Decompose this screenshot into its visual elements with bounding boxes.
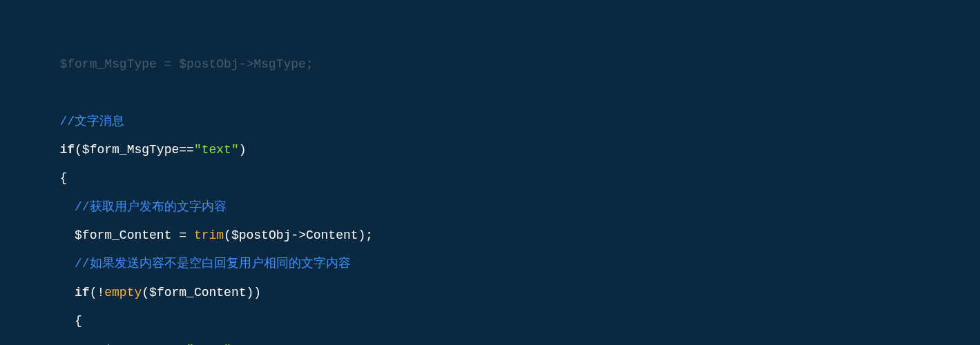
operator: == [179,143,194,157]
code-line: $form_Content = trim($postObj->Content); [0,228,980,243]
code-text: $form_MsgType = $postObj->MsgType; [59,57,313,71]
code-line: if(!empty($form_Content)) [0,286,980,300]
code-line: { [0,314,980,328]
punct: ) [239,143,247,157]
variable: $form_Content [149,286,246,299]
arrow-operator: -> [291,228,306,242]
punct: ( [142,286,149,299]
punct: ; [231,343,239,346]
code-editor-view: $form_MsgType = $postObj->MsgType; //文字消… [0,43,980,345]
punct: ( [224,228,231,242]
variable: $form_MsgType [82,143,179,157]
function-call: trim [194,228,224,242]
string-literal: "text" [194,143,239,157]
code-line: $form_MsgType = $postObj->MsgType; [0,57,980,72]
keyword-if: if [75,286,90,299]
code-line: if($form_MsgType=="text") [0,143,980,157]
code-line: //文字消息 [0,115,980,129]
keyword-if: if [59,143,75,157]
function-empty: empty [104,286,142,299]
operator: = [171,228,193,242]
brace: { [59,171,67,185]
variable: $form_Content [75,228,171,242]
punct: (! [90,286,105,299]
comment-text: //如果发送内容不是空白回复用户相同的文字内容 [75,257,351,270]
comment-text: //获取用户发布的文字内容 [75,200,227,214]
code-line: //如果发送内容不是空白回复用户相同的文字内容 [0,257,980,271]
code-line: //获取用户发布的文字内容 [0,200,980,215]
comment-text: //文字消息 [59,115,124,128]
operator: = [164,343,186,346]
property: Content [306,228,358,242]
brace: { [75,314,82,328]
code-line: $msgType = "text"; [0,343,980,346]
string-literal: "text" [186,343,231,346]
punct: )) [247,286,262,299]
punct: ( [75,143,82,157]
variable: $postObj [231,228,291,242]
code-line [0,86,980,100]
code-line: { [0,171,980,186]
variable: $msgType [104,343,164,346]
punct: ); [358,228,374,242]
